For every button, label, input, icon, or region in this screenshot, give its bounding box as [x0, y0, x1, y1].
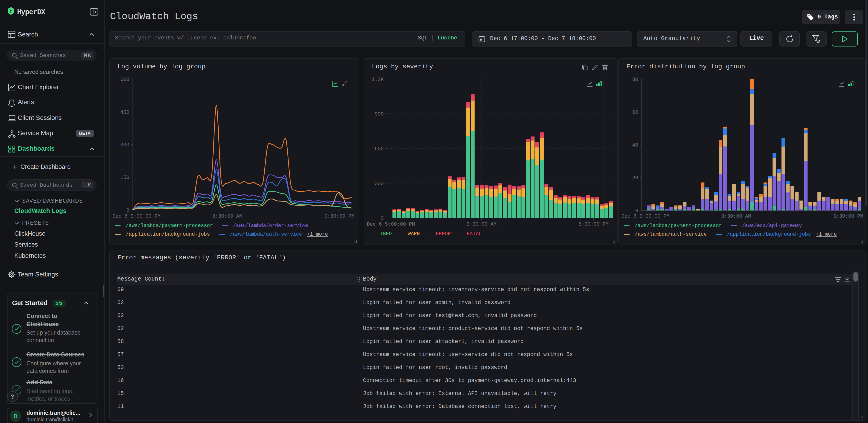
svg-text:Dec 6 5:00:00 PM: Dec 6 5:00:00 PM	[367, 222, 415, 227]
svg-text:600: 600	[120, 77, 129, 83]
svg-text:450: 450	[120, 110, 129, 115]
svg-text:0: 0	[126, 208, 129, 213]
svg-text:5:30:00 PM: 5:30:00 PM	[833, 214, 863, 219]
svg-text:40: 40	[632, 142, 638, 148]
svg-text:300: 300	[120, 142, 129, 148]
svg-text:5:30:00 PM: 5:30:00 PM	[579, 222, 609, 227]
svg-text:5:30:00 PM: 5:30:00 PM	[324, 214, 354, 219]
svg-text:20: 20	[632, 175, 638, 181]
svg-text:3:30:00 AM: 3:30:00 AM	[467, 222, 497, 227]
svg-text:3:30:00 AM: 3:30:00 AM	[721, 214, 751, 219]
svg-text:60: 60	[632, 110, 638, 115]
svg-text:Dec 6 5:00:00 PM: Dec 6 5:00:00 PM	[113, 214, 160, 219]
svg-text:80: 80	[632, 77, 638, 83]
svg-text:300: 300	[375, 181, 384, 187]
svg-text:0: 0	[635, 208, 638, 214]
svg-text:1.2K: 1.2K	[372, 77, 384, 83]
svg-text:600: 600	[375, 146, 384, 152]
svg-text:150: 150	[120, 175, 129, 180]
svg-text:3:30:00 AM: 3:30:00 AM	[212, 214, 242, 219]
svg-text:Dec 6 5:00:00 PM: Dec 6 5:00:00 PM	[621, 214, 670, 219]
svg-text:900: 900	[375, 111, 384, 117]
svg-text:0: 0	[381, 216, 384, 221]
